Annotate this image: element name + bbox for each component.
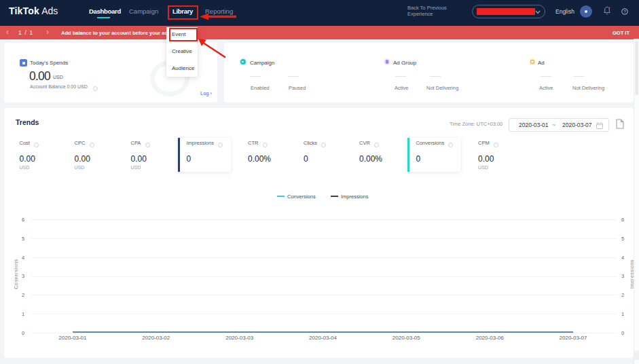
svg-text:?: ? [623, 10, 626, 14]
